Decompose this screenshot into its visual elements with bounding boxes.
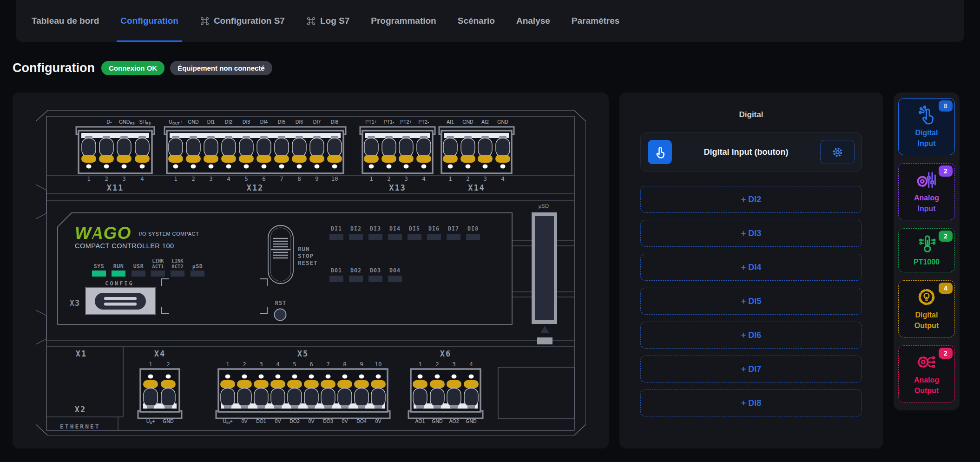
di-led [427, 234, 441, 240]
pin-label: DI8 [331, 119, 339, 125]
status-badge-success: Connexion OK [101, 61, 164, 75]
tab-programmation[interactable]: Programmation [371, 0, 436, 42]
status-led [112, 271, 125, 277]
rst-button [275, 309, 286, 321]
block-name: X6 [440, 349, 451, 358]
module-card-digital-input[interactable]: Digital Input (bouton) [640, 132, 862, 172]
x1-label: X1 [76, 349, 87, 358]
pin-label: DI7 [313, 119, 321, 125]
switch-label: RESET [298, 259, 318, 266]
count-badge: 8 [939, 100, 953, 112]
tab-analyse[interactable]: Analyse [516, 0, 550, 42]
pin-label: 0V [275, 418, 281, 424]
pin-label: PT1+ [365, 119, 377, 125]
pin-label: GND [466, 418, 477, 424]
group-title: Digital [640, 110, 862, 119]
palette-item-label: Input [917, 138, 935, 149]
pin-number: 1 [226, 361, 230, 368]
palette-item-label: Digital [915, 310, 938, 320]
add-button-di6[interactable]: + DI6 [640, 322, 862, 349]
pin-number: 2 [387, 175, 391, 182]
x2-label: X2 [75, 405, 86, 414]
module-name: Digital Input (bouton) [672, 147, 820, 157]
count-badge: 2 [939, 165, 953, 177]
tab-configuration-s7[interactable]: Configuration S7 [200, 0, 285, 42]
pin-label: PT1- [384, 119, 395, 125]
block-name: X13 [389, 183, 406, 192]
terminal-block-x6: 1234X6 [408, 349, 483, 418]
count-badge: 2 [939, 348, 953, 359]
mode-switch [268, 225, 293, 284]
status-led [92, 271, 106, 277]
pin-number: 10 [375, 361, 381, 368]
pin-number: 2 [435, 361, 439, 368]
digital-output-icon [916, 287, 937, 307]
di-led-label: DI8 [467, 225, 479, 232]
di-led-label: DI6 [428, 225, 440, 232]
pin-number: 9 [315, 175, 319, 182]
pin-number: 8 [343, 361, 347, 368]
tab-label: Analyse [516, 16, 550, 26]
pt1000-icon [916, 234, 937, 254]
pin-number: 7 [280, 175, 283, 182]
status-led-label: RUN [113, 263, 124, 270]
x3-label: X3 [70, 298, 80, 308]
tab-tableau-de-bord[interactable]: Tableau de bord [32, 0, 99, 42]
do-led [349, 276, 363, 282]
count-badge: 4 [939, 283, 953, 294]
add-button-di5[interactable]: + DI5 [640, 288, 862, 315]
palette-item-pt1000[interactable]: PT10002 [898, 228, 955, 272]
di-led [408, 234, 421, 240]
module-settings-button[interactable] [820, 140, 855, 164]
palette-item-analog-output[interactable]: AnalogOutput2 [898, 345, 955, 403]
add-button-di8[interactable]: + DI8 [640, 389, 862, 416]
di-led [349, 234, 363, 240]
palette-items: DigitalInput8 AnalogInput2 PT10002 Digit… [898, 98, 955, 403]
page-title: Configuration [13, 61, 95, 75]
status-led [171, 271, 184, 277]
add-button-di3[interactable]: + DI3 [640, 220, 862, 247]
pin-label: DO3 [323, 418, 333, 424]
pin-label: 0V [242, 418, 248, 424]
terminal-block-x13: 1234X13 [360, 127, 435, 192]
page-header: Configuration Connexion OKÉquipement non… [13, 59, 980, 77]
tab-log-s7[interactable]: Log S7 [306, 0, 349, 42]
pin-label: SHRS [139, 119, 151, 125]
tab-label: Programmation [371, 16, 436, 26]
usd-label: µSD [539, 203, 549, 209]
terminal-block-x5: 12345678910X5 [216, 349, 390, 418]
pin-label: DO1 [256, 418, 266, 424]
tab-scenario[interactable]: Scénario [458, 0, 495, 42]
pin-number: 3 [483, 175, 487, 182]
status-led-label: LINK [171, 258, 184, 264]
di-led-label: DI3 [370, 225, 381, 232]
palette-item-digital-input[interactable]: DigitalInput8 [898, 98, 955, 155]
add-button-di4[interactable]: + DI4 [640, 254, 862, 281]
di-led-label: DI2 [350, 225, 362, 232]
tab-configuration[interactable]: Configuration [120, 0, 178, 42]
status-led-label: LINK [152, 258, 164, 264]
pin-number: 6 [262, 175, 266, 182]
do-led-label: DO4 [389, 267, 401, 274]
pin-label: DO4 [356, 418, 367, 424]
do-led [388, 276, 402, 282]
tab-label: Log S7 [320, 16, 349, 26]
pin-number: 4 [422, 175, 426, 182]
pin-label: PT2- [419, 119, 429, 125]
pin-number: 1 [149, 361, 152, 368]
pin-label: DI6 [296, 119, 303, 125]
pin-label: AI2 [481, 119, 489, 125]
add-button-di2[interactable]: + DI2 [640, 186, 862, 213]
tab-label: Configuration [120, 16, 178, 26]
add-button-di7[interactable]: + DI7 [640, 356, 862, 383]
palette-item-analog-input[interactable]: AnalogInput2 [898, 163, 955, 220]
switch-label: STOP [298, 252, 314, 259]
terminal-block-x4: 12X4 [138, 349, 182, 418]
palette-item-digital-output[interactable]: DigitalOutput4 [898, 280, 955, 337]
palette-item-label: Input [917, 203, 935, 214]
block-name: X11 [107, 183, 124, 192]
tab-parametres[interactable]: Paramètres [572, 0, 620, 42]
pin-label: 0V [309, 418, 315, 424]
pin-label: DI2 [225, 119, 233, 125]
terminal-block-x12: 12345678910X12 [164, 127, 346, 192]
